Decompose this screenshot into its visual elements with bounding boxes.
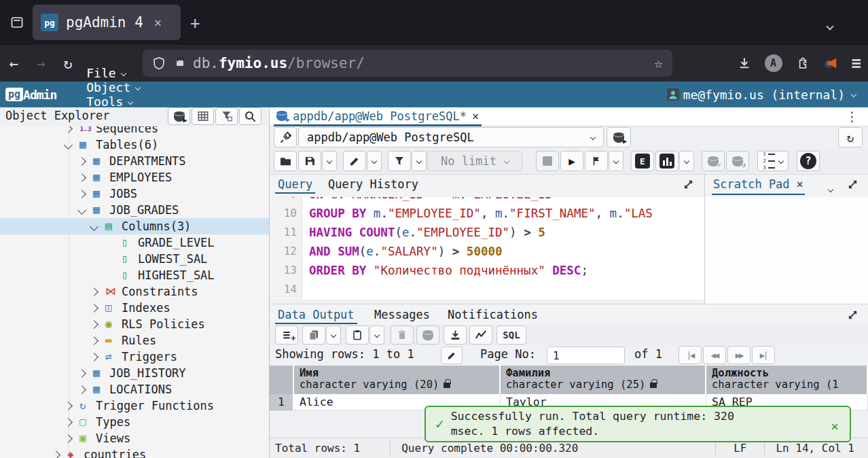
account-icon[interactable]: A [765, 54, 782, 72]
tree-item[interactable]: ▦ LOCATIONS [0, 381, 269, 398]
add-row-button[interactable]: ≡+ [275, 325, 298, 345]
delete-row-button[interactable] [391, 325, 414, 345]
tree-item[interactable]: 1.3 Sequences [0, 126, 269, 137]
expander-chevron-icon[interactable] [77, 369, 86, 378]
lock-icon[interactable] [177, 60, 183, 66]
expander-chevron-icon[interactable] [90, 287, 98, 296]
tab-close-icon[interactable]: × [154, 15, 162, 30]
show-sql-button[interactable]: SQL [496, 325, 526, 345]
expander-chevron-icon[interactable] [77, 190, 86, 198]
save-file-button[interactable] [298, 151, 321, 171]
commit-button[interactable]: ✓ [702, 151, 725, 171]
edit-options-chevron[interactable] [367, 151, 382, 171]
menu-tools[interactable]: Tools [86, 94, 140, 109]
tab-query[interactable]: Query [275, 176, 315, 194]
back-button[interactable]: ← [0, 55, 27, 72]
panel-kebab-menu-icon[interactable]: ⋮ [846, 109, 858, 124]
tab-scratch-pad[interactable]: Scratch Pad × [712, 176, 805, 195]
tree-item[interactable]: ◉ RLS Policies [0, 316, 269, 332]
forward-button[interactable]: → [27, 55, 54, 72]
expander-chevron-icon[interactable] [64, 418, 73, 427]
execute-options-chevron[interactable] [609, 151, 623, 171]
browser-tab[interactable]: pg pgAdmin 4 × [33, 5, 181, 40]
tree-item[interactable]: ▦ JOB_GRADES [0, 202, 269, 218]
execute-button[interactable]: ▶ [560, 151, 583, 171]
expander-chevron-icon[interactable] [90, 222, 98, 231]
scratch-pad-chevron-icon[interactable] [829, 181, 833, 194]
tree-item[interactable]: ▯ GRADE_LEVEL [0, 234, 269, 251]
expander-chevron-icon[interactable] [52, 451, 60, 458]
grid-corner-cell[interactable] [270, 366, 294, 394]
tree-item[interactable]: ▦ JOB_HISTORY [0, 365, 269, 381]
tree-item[interactable]: ⋈ Constraints [0, 283, 269, 300]
expand-scratch-pad-icon[interactable] [847, 179, 858, 190]
macros-button[interactable] [757, 151, 789, 171]
save-options-chevron[interactable] [322, 151, 337, 171]
tab-manager-icon[interactable] [10, 15, 24, 30]
expander-chevron-icon[interactable] [90, 320, 98, 329]
tree-item[interactable]: ▤ Columns(3) [0, 218, 269, 234]
edit-button[interactable] [343, 151, 366, 171]
tree-item[interactable]: ⇄ Triggers [0, 349, 269, 365]
paste-options-chevron[interactable] [369, 325, 384, 345]
column-header[interactable]: Фамилия character varying (25) [501, 366, 706, 394]
close-tab-icon[interactable]: × [472, 109, 479, 123]
row-number-cell[interactable]: 1 [270, 394, 294, 410]
expander-chevron-icon[interactable] [77, 157, 86, 166]
expander-chevron-icon[interactable] [64, 126, 73, 133]
rollback-button[interactable]: ↺ [726, 151, 749, 171]
expander-chevron-icon[interactable] [77, 206, 86, 215]
copy-options-chevron[interactable] [326, 325, 341, 345]
connection-status-button[interactable] [274, 127, 297, 147]
first-page-button[interactable]: |◀ [679, 346, 702, 364]
column-header[interactable]: Должность character varying (1 [706, 366, 868, 394]
prev-page-button[interactable]: ◀◀ [703, 346, 726, 364]
refresh-layout-button[interactable]: ↻ [838, 127, 863, 147]
view-data-button[interactable] [192, 107, 214, 125]
sql-editor[interactable]: 9 ON e."MANAGER_ID" = m."EMPLOYEE_ID"10G… [270, 197, 704, 300]
expand-output-icon[interactable] [847, 309, 858, 321]
paste-button[interactable] [346, 325, 369, 345]
tree-item[interactable]: ▬ Rules [0, 332, 269, 349]
expand-editor-icon[interactable] [683, 179, 694, 190]
expander-chevron-icon[interactable] [77, 173, 86, 182]
connection-select[interactable]: appdb/app@Web PostgreSQL [298, 127, 604, 147]
expander-chevron-icon[interactable] [90, 353, 98, 362]
tree-item[interactable]: ▣ Views [0, 430, 269, 446]
copy-button[interactable] [302, 325, 325, 345]
save-data-changes-button[interactable] [416, 325, 439, 345]
eol-indicator[interactable]: LF [734, 442, 746, 455]
new-tab-button[interactable]: + [190, 14, 200, 33]
filtered-rows-button[interactable] [215, 107, 238, 125]
tree-item[interactable]: ▦ Tables(6) [0, 137, 269, 153]
menu-file[interactable]: File [86, 66, 140, 80]
connect-database-button[interactable]: ▶ [168, 107, 190, 125]
new-connection-button[interactable]: ▶ [607, 127, 631, 147]
last-page-button[interactable]: ▶| [752, 346, 775, 364]
graph-visualiser-button[interactable] [469, 325, 492, 345]
list-tabs-chevron-icon[interactable] [827, 19, 833, 32]
scratch-pad-close-icon[interactable]: × [797, 177, 803, 191]
explain-analyze-button[interactable] [655, 151, 679, 171]
edit-range-button[interactable] [441, 347, 463, 364]
tab-query-history[interactable]: Query History [325, 176, 421, 192]
bookmark-star-icon[interactable]: ☆ [654, 55, 663, 71]
downloads-icon[interactable] [738, 56, 751, 70]
tree-item[interactable]: ▯ HIGHEST_SAL [0, 267, 269, 283]
tree-item[interactable]: ▯ LOWEST_SAL [0, 251, 269, 267]
tree-item[interactable]: ▦ JOBS [0, 186, 269, 202]
expander-chevron-icon[interactable] [90, 336, 98, 345]
column-header[interactable]: Имя character varying (20) [294, 366, 501, 394]
tab-messages[interactable]: Messages [372, 306, 433, 323]
stop-button[interactable] [536, 151, 559, 171]
tab-notifications[interactable]: Notifications [445, 306, 541, 323]
help-button[interactable]: ? [797, 151, 820, 171]
download-results-button[interactable] [444, 325, 467, 345]
expander-chevron-icon[interactable] [64, 141, 73, 149]
toast-close-icon[interactable]: × [831, 418, 839, 434]
query-tool-tab[interactable]: ▶ appdb/app@Web PostgreSQL* × [274, 107, 482, 126]
tab-data-output[interactable]: Data Output [275, 306, 357, 324]
execute-options-button[interactable] [585, 151, 608, 171]
expander-chevron-icon[interactable] [64, 402, 73, 410]
shield-icon[interactable] [152, 56, 166, 70]
